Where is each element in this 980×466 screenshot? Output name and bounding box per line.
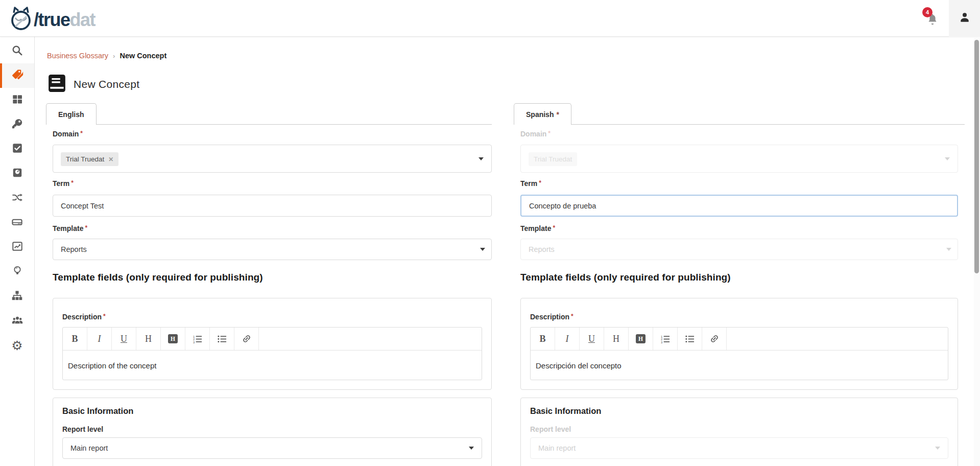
- domain-label: Domain*: [53, 130, 83, 138]
- heading-block-button[interactable]: H: [629, 328, 653, 350]
- notifications-button[interactable]: 4: [921, 6, 944, 31]
- logo-wordmark: /truedat: [34, 9, 95, 31]
- unordered-list-button[interactable]: [210, 328, 234, 350]
- template-fields-heading: Template fields (only required for publi…: [53, 272, 263, 283]
- description-editor-content[interactable]: Descripción del concepto: [531, 351, 948, 380]
- ordered-list-icon: 1 2 3: [193, 334, 202, 344]
- server-icon: [11, 216, 23, 230]
- sidebar-item-access[interactable]: [0, 112, 34, 137]
- rich-text-editor: B I U H H 1 2 3: [62, 327, 482, 380]
- template-select-value: Reports: [529, 245, 555, 253]
- heading-box-icon: H: [168, 334, 178, 343]
- tab-english[interactable]: English: [46, 103, 97, 125]
- svg-text:3: 3: [193, 341, 195, 344]
- gauge-icon: [12, 167, 23, 180]
- heading-button[interactable]: H: [604, 328, 629, 350]
- template-select[interactable]: Reports: [53, 239, 492, 260]
- key-icon: [11, 118, 23, 132]
- underline-button[interactable]: U: [112, 328, 136, 350]
- sidebar-item-insights[interactable]: [0, 260, 34, 284]
- term-input-spanish[interactable]: [520, 195, 958, 217]
- logo-true: true: [38, 9, 70, 30]
- domain-chip-label: Trial Truedat: [66, 155, 104, 163]
- required-marker: *: [548, 130, 551, 137]
- report-level-select-disabled: Main report: [530, 437, 948, 459]
- user-icon: [958, 11, 971, 26]
- sidebar-item-users[interactable]: [0, 309, 34, 333]
- chevron-down-icon: [479, 157, 484, 160]
- underline-button[interactable]: U: [580, 328, 604, 350]
- bold-button[interactable]: B: [63, 328, 87, 350]
- description-label: Description*: [530, 313, 573, 321]
- chevron-down-icon: [946, 248, 951, 251]
- report-level-select[interactable]: Main report: [62, 437, 482, 459]
- sitemap-icon: [11, 290, 23, 304]
- sidebar-item-rules[interactable]: [0, 137, 34, 161]
- chevron-down-icon: [480, 248, 485, 251]
- italic-button[interactable]: I: [87, 328, 112, 350]
- editor-toolbar: B I U H H 1 2 3: [531, 328, 948, 351]
- template-select-value: Reports: [61, 245, 87, 253]
- report-level-label-disabled: Report level: [530, 425, 571, 433]
- notification-badge: 4: [922, 7, 933, 17]
- gear-icon: ⚙: [11, 339, 22, 352]
- sidebar-item-settings[interactable]: ⚙: [0, 333, 34, 358]
- domain-chip-label: Trial Truedat: [534, 155, 572, 163]
- heading-block-button[interactable]: H: [161, 328, 185, 350]
- ordered-list-button[interactable]: 1 2 3: [653, 328, 678, 350]
- breadcrumb: Business Glossary › New Concept: [47, 52, 166, 60]
- column-english: English Domain* Trial Truedat ✕ Term* Te…: [46, 0, 492, 466]
- sidebar-item-quality[interactable]: [0, 161, 34, 186]
- tab-underline: [514, 124, 965, 125]
- term-input[interactable]: [53, 195, 492, 217]
- sidebar-item-lineage[interactable]: [0, 186, 34, 211]
- grid-icon: [12, 94, 23, 107]
- report-level-label: Report level: [62, 425, 103, 433]
- template-label: Template*: [53, 224, 87, 232]
- users-icon: [11, 314, 23, 328]
- sidebar-item-dashboards[interactable]: [0, 235, 34, 260]
- report-level-value: Main report: [538, 444, 576, 452]
- breadcrumb-business-glossary[interactable]: Business Glossary: [47, 52, 108, 60]
- description-editor-content[interactable]: Description of the concept: [63, 351, 482, 380]
- heading-button[interactable]: H: [136, 328, 161, 350]
- required-marker: *: [80, 130, 83, 137]
- link-button[interactable]: [702, 328, 727, 350]
- required-marker: *: [71, 179, 74, 187]
- ordered-list-button[interactable]: 1 2 3: [185, 328, 210, 350]
- bold-button[interactable]: B: [531, 328, 555, 350]
- page-scrollbar: [974, 37, 980, 466]
- app-header: /truedat 4: [0, 0, 980, 37]
- italic-button[interactable]: I: [555, 328, 580, 350]
- required-marker: *: [571, 313, 573, 320]
- sidebar-item-search[interactable]: [0, 39, 34, 63]
- domain-label-disabled: Domain*: [520, 130, 551, 138]
- required-marker: *: [539, 179, 541, 187]
- shuffle-icon: [11, 192, 23, 205]
- tab-spanish[interactable]: Spanish *: [514, 103, 571, 125]
- owl-icon: [9, 7, 34, 33]
- tab-spanish-label: Spanish: [526, 110, 554, 119]
- breadcrumb-separator: ›: [113, 52, 115, 60]
- chevron-down-icon: [935, 447, 940, 450]
- domain-multiselect[interactable]: Trial Truedat ✕: [53, 145, 492, 173]
- description-card: Description* B I U H H 1 2 3: [53, 298, 492, 390]
- tab-underline: [46, 124, 492, 125]
- link-button[interactable]: [234, 328, 259, 350]
- tab-english-label: English: [58, 110, 84, 119]
- unordered-list-button[interactable]: [678, 328, 702, 350]
- user-menu-button[interactable]: [949, 0, 980, 37]
- basic-information-card: Basic Information Report level Main repo…: [53, 398, 492, 466]
- sidebar-item-catalog[interactable]: [0, 88, 34, 112]
- unordered-list-icon: [217, 334, 227, 344]
- truedat-logo[interactable]: /truedat: [9, 7, 95, 33]
- sidebar-item-structures[interactable]: [0, 211, 34, 235]
- scrollbar-thumb[interactable]: [974, 40, 979, 273]
- sidebar-item-taxonomy[interactable]: [0, 284, 34, 309]
- tags-icon: [11, 68, 23, 83]
- chip-remove-icon[interactable]: ✕: [108, 156, 113, 163]
- link-icon: [242, 334, 252, 344]
- svg-text:3: 3: [661, 341, 663, 344]
- sidebar-item-glossary[interactable]: [0, 63, 34, 88]
- ordered-list-icon: 1 2 3: [660, 334, 670, 344]
